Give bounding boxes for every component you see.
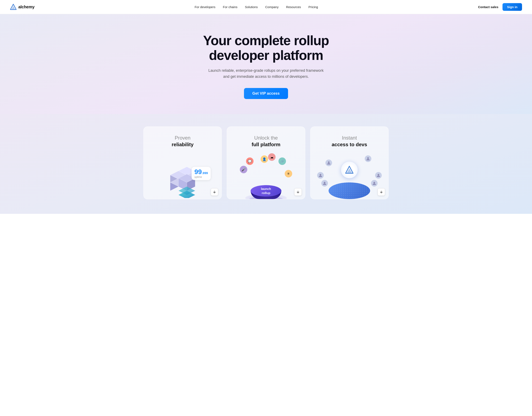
button-glow bbox=[245, 194, 287, 199]
avatar-icon-6 bbox=[376, 173, 380, 178]
dev-avatar-4 bbox=[371, 180, 378, 187]
float-icon-3: 🔗 bbox=[278, 158, 286, 165]
avatar-icon-1 bbox=[327, 161, 331, 165]
hero-section: Your complete rollup developer platform … bbox=[0, 14, 532, 114]
float-icon-4: 🎤 bbox=[240, 166, 247, 173]
svg-point-23 bbox=[329, 182, 370, 199]
card-reliability: Proven reliability bbox=[143, 127, 222, 199]
svg-point-16 bbox=[328, 161, 330, 163]
nav-links: For developers For chains Solutions Comp… bbox=[195, 5, 318, 9]
card-platform-title-top: Unlock the bbox=[234, 135, 298, 141]
cards-grid: Proven reliability bbox=[143, 127, 389, 199]
card-devs-arrow[interactable] bbox=[378, 188, 385, 196]
nav-actions: Contact sales Sign in bbox=[478, 3, 522, 11]
card-reliability-title-top: Proven bbox=[150, 135, 215, 141]
logo-link[interactable]: alchemy bbox=[10, 4, 35, 10]
alchemy-logo-icon bbox=[10, 4, 17, 10]
cube-illustration: 99.999 uptime bbox=[150, 164, 215, 199]
hero-title-line1: Your complete rollup bbox=[203, 33, 329, 48]
float-icon-5: ≡ bbox=[285, 170, 292, 178]
dev-avatar-3 bbox=[321, 180, 328, 187]
card-devs-visual bbox=[317, 153, 382, 199]
globe-dots-svg bbox=[329, 182, 370, 199]
card-devs-title-top: Instant bbox=[317, 135, 382, 141]
dev-avatar-1 bbox=[325, 159, 332, 166]
svg-point-20 bbox=[320, 174, 321, 176]
signin-button[interactable]: Sign in bbox=[503, 3, 522, 11]
nav-item-pricing[interactable]: Pricing bbox=[308, 5, 318, 9]
card-platform-visual: 💬 👤 🔗 🎤 ≡ ☁ lau bbox=[234, 153, 298, 199]
arrow-down-icon-2 bbox=[296, 190, 300, 194]
card-devs-title-bottom: access to devs bbox=[317, 142, 382, 148]
arrow-down-icon-3 bbox=[380, 190, 383, 194]
brand-name: alchemy bbox=[18, 5, 35, 9]
feature-cards-section: Proven reliability bbox=[0, 114, 532, 214]
hero-subtitle: Launch reliable, enterprise-grade rollup… bbox=[206, 68, 326, 80]
uptime-badge: 99.999 uptime bbox=[192, 167, 211, 180]
avatar-icon-4 bbox=[372, 181, 376, 185]
nav-item-solutions[interactable]: Solutions bbox=[245, 5, 258, 9]
card-reliability-arrow[interactable] bbox=[211, 188, 218, 196]
platform-illustration: 💬 👤 🔗 🎤 ≡ ☁ lau bbox=[234, 153, 298, 199]
contact-sales-button[interactable]: Contact sales bbox=[478, 5, 498, 9]
uptime-label: uptime bbox=[195, 176, 208, 178]
svg-point-21 bbox=[378, 174, 379, 176]
avatar-icon-2 bbox=[366, 157, 370, 161]
card-reliability-title-bottom: reliability bbox=[150, 142, 215, 148]
float-icon-1: 💬 bbox=[246, 158, 254, 165]
float-icon-6: ☁ bbox=[268, 153, 276, 161]
dev-avatar-6 bbox=[375, 172, 382, 179]
svg-point-18 bbox=[324, 182, 325, 183]
svg-point-17 bbox=[367, 157, 369, 159]
card-platform-arrow[interactable] bbox=[294, 188, 302, 196]
uptime-number: 99.999 bbox=[195, 168, 208, 175]
arrow-down-icon bbox=[213, 190, 216, 194]
svg-point-19 bbox=[373, 182, 375, 183]
nav-item-for-developers[interactable]: For developers bbox=[195, 5, 215, 9]
avatar-icon-5 bbox=[318, 173, 323, 178]
card-reliability-visual: 99.999 uptime bbox=[150, 153, 215, 199]
navbar: alchemy For developers For chains Soluti… bbox=[0, 0, 532, 14]
float-icon-2: 👤 bbox=[261, 155, 268, 163]
nav-item-resources[interactable]: Resources bbox=[286, 5, 301, 9]
card-devs: Instant access to devs bbox=[310, 127, 389, 199]
alchemy-center-icon bbox=[345, 165, 354, 175]
dev-avatar-5 bbox=[317, 172, 324, 179]
avatar-icon-3 bbox=[323, 181, 327, 185]
hero-title: Your complete rollup developer platform bbox=[203, 33, 329, 63]
card-platform-title-bottom: full platform bbox=[234, 142, 298, 148]
alchemy-center-circle bbox=[341, 162, 358, 178]
dev-avatar-2 bbox=[365, 155, 371, 162]
card-platform: Unlock the full platform 💬 👤 🔗 🎤 ≡ ☁ bbox=[227, 127, 305, 199]
nav-item-for-chains[interactable]: For chains bbox=[223, 5, 237, 9]
devs-illustration bbox=[317, 153, 382, 199]
get-vip-access-button[interactable]: Get VIP access bbox=[244, 88, 288, 99]
nav-item-company[interactable]: Company bbox=[265, 5, 278, 9]
hero-title-line2: developer platform bbox=[209, 48, 323, 63]
